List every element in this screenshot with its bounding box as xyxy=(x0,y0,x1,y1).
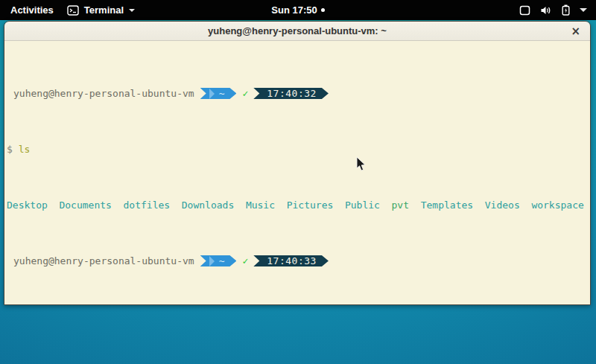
directory-entry: Public xyxy=(345,199,380,211)
powerline-time-segment: 17:40:32 xyxy=(253,88,329,99)
battery-charging-icon xyxy=(562,4,570,16)
terminal-screen[interactable]: yuheng@henry-personal-ubuntu-vm ~ ✓ 17:4… xyxy=(4,41,590,305)
volume-icon xyxy=(540,5,552,16)
directory-entry: pvt xyxy=(392,199,409,211)
top-bar: Activities Terminal Sun 17:50 xyxy=(0,0,596,20)
app-menu-label: Terminal xyxy=(84,4,124,16)
window-titlebar[interactable]: yuheng@henry-personal-ubuntu-vm: ~ × xyxy=(4,22,590,41)
directory-entry: workspace xyxy=(531,199,583,211)
command-line: $ ls xyxy=(7,144,589,155)
chevron-down-icon xyxy=(129,9,135,12)
powerline-path-segment: ~ xyxy=(200,88,237,99)
screen-icon xyxy=(519,5,530,16)
prompt-path: ~ xyxy=(219,88,225,99)
close-button[interactable]: × xyxy=(571,22,580,41)
notification-dot-icon xyxy=(321,8,325,12)
prompt-symbol: $ xyxy=(7,144,13,155)
prompt-line: yuheng@henry-personal-ubuntu-vm ~ ✓ 17:4… xyxy=(7,255,589,266)
prompt-user-host: yuheng@henry-personal-ubuntu-vm xyxy=(13,255,194,266)
directory-entry: dotfiles xyxy=(124,199,171,211)
command-text: ls xyxy=(19,144,31,155)
powerline-path-segment: ~ xyxy=(200,255,237,266)
powerline-separator-icon xyxy=(209,89,215,99)
prompt-user-host: yuheng@henry-personal-ubuntu-vm xyxy=(13,88,194,99)
prompt-path: ~ xyxy=(219,255,225,266)
prompt-line: yuheng@henry-personal-ubuntu-vm ~ ✓ 17:4… xyxy=(7,88,589,99)
directory-entry: Desktop xyxy=(7,199,48,211)
directory-entry: Templates xyxy=(421,199,473,211)
status-check-icon: ✓ xyxy=(242,88,248,99)
prompt-time: 17:40:32 xyxy=(267,88,317,99)
prompt-time: 17:40:33 xyxy=(267,255,317,266)
terminal-icon xyxy=(67,5,79,16)
chevron-down-icon xyxy=(580,8,587,12)
directory-entry: Documents xyxy=(59,199,111,211)
app-menu-terminal[interactable]: Terminal xyxy=(67,4,135,16)
status-check-icon: ✓ xyxy=(242,255,248,266)
system-tray[interactable] xyxy=(519,4,596,16)
directory-entry: Downloads xyxy=(182,199,234,211)
directory-entry: Music xyxy=(246,199,275,211)
window-title: yuheng@henry-personal-ubuntu-vm: ~ xyxy=(208,25,387,36)
terminal-window: yuheng@henry-personal-ubuntu-vm: ~ × yuh… xyxy=(4,21,591,305)
clock-button[interactable]: Sun 17:50 xyxy=(271,4,324,16)
directory-entry: Videos xyxy=(485,199,520,211)
directory-entry: Pictures xyxy=(287,199,334,211)
ls-output-row: DesktopDocumentsdotfilesDownloadsMusicPi… xyxy=(7,199,589,211)
powerline-time-segment: 17:40:33 xyxy=(253,255,329,266)
powerline-separator-icon xyxy=(209,256,215,266)
clock-label: Sun 17:50 xyxy=(271,4,317,16)
activities-button[interactable]: Activities xyxy=(7,4,57,16)
